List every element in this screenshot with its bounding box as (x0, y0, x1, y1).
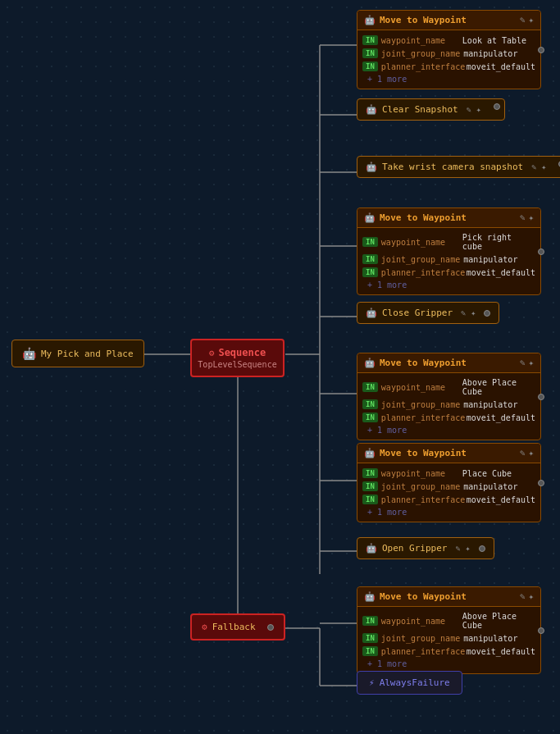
fallback-icon: ⚙ (202, 622, 207, 632)
waypoint1-more[interactable]: + 1 more (362, 73, 535, 85)
take-snapshot-node[interactable]: 🤖 Take wrist camera snapshot ✎ ✦ (357, 156, 560, 178)
waypoint2-title: Move to Waypoint (380, 212, 467, 223)
waypoint1-title: Move to Waypoint (380, 15, 467, 25)
waypoint1-param-2: IN planner_interface moveit_default (362, 60, 535, 73)
waypoint3-icon: 🤖 (364, 358, 376, 368)
close-gripper-connector (484, 310, 490, 317)
waypoint3-param-0: IN waypoint_name Above Place Cube (362, 376, 535, 398)
waypoint5-actions: ✎✦ (520, 591, 534, 602)
clear-snapshot-label: Clear Snapshot (382, 104, 458, 115)
waypoint4-title: Move to Waypoint (380, 448, 467, 458)
sequence-node[interactable]: ⚙ Sequence TopLevelSequence (190, 339, 285, 377)
take-snapshot-expand[interactable]: ✦ (541, 162, 546, 171)
waypoint2-param-1: IN joint_group_name manipulator (362, 253, 535, 266)
close-gripper-node[interactable]: 🤖 Close Gripper ✎ ✦ (357, 302, 499, 324)
waypoint2-icon: 🤖 (364, 212, 376, 223)
waypoint2-connector (538, 248, 544, 255)
clear-snapshot-icon: 🤖 (366, 104, 377, 115)
fallback-label: Fallback (212, 622, 256, 632)
clear-snapshot-edit[interactable]: ✎ (467, 105, 471, 114)
open-gripper-expand[interactable]: ✦ (466, 544, 471, 553)
close-gripper-label: Close Gripper (382, 308, 453, 318)
sequence-title: Sequence (218, 347, 266, 358)
clear-snapshot-expand[interactable]: ✦ (476, 105, 481, 114)
waypoint2-actions: ✎✦ (520, 212, 534, 223)
open-gripper-edit[interactable]: ✎ (455, 544, 460, 553)
open-gripper-connector (479, 545, 485, 552)
fallback-connector (267, 624, 274, 631)
waypoint3-more[interactable]: + 1 more (362, 424, 535, 436)
waypoint1-connector (538, 47, 544, 53)
waypoint4-param-2: IN planner_interface moveit_default (362, 493, 535, 506)
waypoint3-param-2: IN planner_interface moveit_default (362, 411, 535, 424)
take-snapshot-label: Take wrist camera snapshot (382, 162, 523, 172)
take-snapshot-icon: 🤖 (366, 162, 377, 172)
clear-snapshot-connector (494, 103, 500, 110)
waypoint2-more[interactable]: + 1 more (362, 279, 535, 291)
waypoint4-param-1: IN joint_group_name manipulator (362, 480, 535, 493)
waypoint3-connector (538, 394, 544, 400)
waypoint3-actions: ✎✦ (520, 358, 534, 368)
open-gripper-node[interactable]: 🤖 Open Gripper ✎ ✦ (357, 537, 494, 559)
close-gripper-edit[interactable]: ✎ (461, 308, 466, 317)
root-node[interactable]: 🤖 My Pick and Place (11, 340, 144, 367)
waypoint5-more[interactable]: + 1 more (362, 658, 535, 670)
waypoint4-node[interactable]: 🤖 Move to Waypoint ✎✦ IN waypoint_name P… (357, 443, 541, 522)
waypoint1-actions: ✎✦ (520, 15, 534, 25)
waypoint5-param-2: IN planner_interface moveit_default (362, 645, 535, 658)
take-snapshot-edit[interactable]: ✎ (531, 162, 536, 171)
waypoint4-icon: 🤖 (364, 448, 376, 458)
waypoint4-connector (538, 480, 544, 486)
waypoint5-icon: 🤖 (364, 591, 376, 602)
waypoint1-icon: 🤖 (364, 15, 376, 25)
waypoint1-param-1: IN joint_group_name manipulator (362, 47, 535, 60)
waypoint4-actions: ✎✦ (520, 448, 534, 458)
open-gripper-icon: 🤖 (366, 543, 377, 554)
fallback-node[interactable]: ⚙ Fallback (190, 613, 285, 641)
clear-snapshot-node[interactable]: 🤖 Clear Snapshot ✎ ✦ (357, 98, 505, 121)
root-label: My Pick and Place (41, 349, 134, 359)
waypoint3-title: Move to Waypoint (380, 358, 467, 368)
waypoint3-node[interactable]: 🤖 Move to Waypoint ✎✦ IN waypoint_name A… (357, 353, 541, 440)
waypoint5-param-0: IN waypoint_name Above Place Cube (362, 610, 535, 631)
open-gripper-label: Open Gripper (382, 543, 447, 554)
waypoint4-param-0: IN waypoint_name Place Cube (362, 467, 535, 480)
always-failure-icon: ⚡ (369, 677, 375, 688)
canvas: 🤖 My Pick and Place ⚙ Sequence TopLevelS… (0, 0, 560, 734)
sequence-subtitle: TopLevelSequence (198, 360, 276, 369)
root-icon: 🤖 (22, 347, 36, 360)
waypoint1-param-0: IN waypoint_name Look at Table (362, 34, 535, 47)
waypoint3-param-1: IN joint_group_name manipulator (362, 398, 535, 411)
close-gripper-icon: 🤖 (366, 308, 377, 318)
waypoint2-node[interactable]: 🤖 Move to Waypoint ✎✦ IN waypoint_name P… (357, 207, 541, 295)
waypoint1-node[interactable]: 🤖 Move to Waypoint ✎✦ IN waypoint_name L… (357, 10, 541, 89)
always-failure-node[interactable]: ⚡ AlwaysFailure (357, 671, 462, 695)
waypoint5-title: Move to Waypoint (380, 591, 467, 602)
waypoint4-more[interactable]: + 1 more (362, 506, 535, 518)
waypoint5-node[interactable]: 🤖 Move to Waypoint ✎✦ IN waypoint_name A… (357, 586, 541, 674)
waypoint5-connector (538, 627, 544, 634)
waypoint2-param-2: IN planner_interface moveit_default (362, 266, 535, 279)
always-failure-label: AlwaysFailure (380, 677, 450, 688)
sequence-icon: ⚙ (209, 348, 215, 358)
close-gripper-expand[interactable]: ✦ (471, 308, 476, 317)
waypoint5-param-1: IN joint_group_name manipulator (362, 631, 535, 645)
waypoint2-param-0: IN waypoint_name Pick right cube (362, 231, 535, 253)
